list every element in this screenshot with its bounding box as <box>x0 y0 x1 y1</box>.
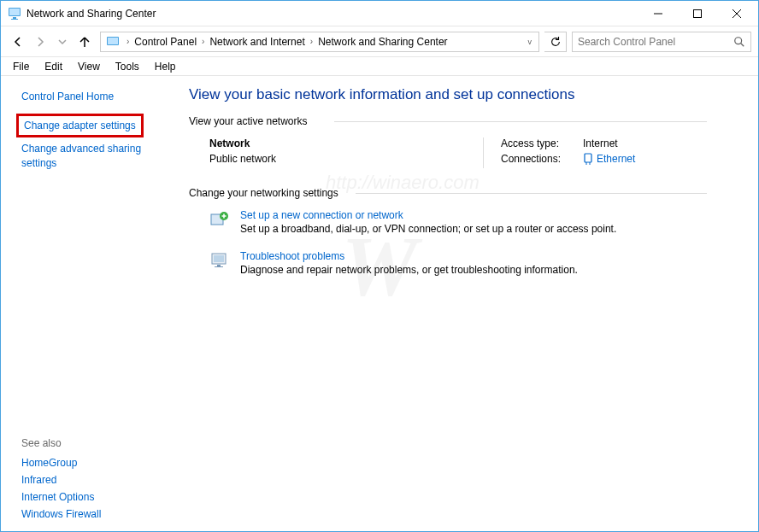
svg-rect-5 <box>694 9 702 17</box>
forward-button[interactable] <box>30 32 50 52</box>
menu-view[interactable]: View <box>71 59 107 74</box>
setup-connection-link[interactable]: Set up a new connection or network <box>240 209 616 221</box>
chevron-right-icon[interactable]: › <box>198 37 208 46</box>
breadcrumb-network-internet[interactable]: Network and Internet <box>208 36 306 48</box>
setup-connection-item: Set up a new connection or network Set u… <box>189 209 707 235</box>
network-name: Network <box>209 137 432 149</box>
search-box[interactable] <box>572 32 751 52</box>
setup-connection-desc: Set up a broadband, dial-up, or VPN conn… <box>240 223 616 235</box>
svg-rect-20 <box>215 266 223 267</box>
window-title: Network and Sharing Center <box>26 8 638 20</box>
svg-rect-3 <box>11 19 18 20</box>
troubleshoot-link[interactable]: Troubleshoot problems <box>240 250 578 262</box>
menu-edit[interactable]: Edit <box>38 59 69 74</box>
breadcrumb-control-panel[interactable]: Control Panel <box>132 36 198 48</box>
troubleshoot-item: Troubleshoot problems Diagnose and repai… <box>189 250 707 276</box>
troubleshoot-icon <box>209 250 230 271</box>
see-also-internet-options[interactable]: Internet Options <box>21 488 168 506</box>
menu-file[interactable]: File <box>6 59 36 74</box>
see-also-infrared[interactable]: Infrared <box>21 471 168 488</box>
change-settings-heading: Change your networking settings <box>189 187 707 199</box>
chevron-right-icon[interactable]: › <box>123 37 132 46</box>
svg-rect-19 <box>217 265 221 266</box>
close-button[interactable] <box>717 1 756 26</box>
active-networks-heading: View your active networks <box>189 115 707 127</box>
svg-rect-9 <box>108 38 118 44</box>
network-row: Network Public network Access type: Inte… <box>189 137 707 168</box>
content-area: Control Panel Home Change adapter settin… <box>1 76 758 531</box>
sidebar-adapter-settings[interactable]: Change adapter settings <box>16 114 144 137</box>
menu-tools[interactable]: Tools <box>109 59 146 74</box>
app-icon <box>8 7 21 20</box>
sidebar-advanced-sharing[interactable]: Change advanced sharing settings <box>21 139 168 173</box>
navigation-bar: › Control Panel › Network and Internet ›… <box>1 26 758 57</box>
maximize-button[interactable] <box>678 1 717 26</box>
main-panel: View your basic network information and … <box>180 76 758 531</box>
svg-rect-12 <box>585 154 591 162</box>
chevron-right-icon[interactable]: › <box>307 37 316 46</box>
refresh-button[interactable] <box>544 32 567 52</box>
back-button[interactable] <box>8 32 28 52</box>
search-icon[interactable] <box>733 36 745 48</box>
connections-value: Ethernet <box>597 153 635 165</box>
svg-rect-18 <box>214 255 224 262</box>
network-info: Network Public network <box>209 137 432 168</box>
access-type-label: Access type: <box>501 137 568 149</box>
menu-bar: File Edit View Tools Help <box>1 57 758 76</box>
see-also-section: See also HomeGroup Infrared Internet Opt… <box>21 437 168 523</box>
menu-help[interactable]: Help <box>148 59 183 74</box>
sidebar-home[interactable]: Control Panel Home <box>21 88 168 105</box>
connections-label: Connections: <box>501 153 568 165</box>
title-bar: Network and Sharing Center <box>1 1 758 26</box>
ethernet-icon <box>583 153 593 165</box>
access-type-value: Internet <box>583 137 618 149</box>
svg-rect-1 <box>9 9 20 15</box>
page-title: View your basic network information and … <box>189 86 707 103</box>
minimize-button[interactable] <box>638 1 678 26</box>
see-also-firewall[interactable]: Windows Firewall <box>21 506 168 523</box>
sidebar: Control Panel Home Change adapter settin… <box>1 76 180 531</box>
connections-link[interactable]: Ethernet <box>583 153 635 165</box>
search-input[interactable] <box>578 36 733 48</box>
see-also-heading: See also <box>21 437 168 449</box>
address-bar[interactable]: › Control Panel › Network and Internet ›… <box>100 32 539 52</box>
up-button[interactable] <box>74 32 95 52</box>
network-details: Access type: Internet Connections: Ether… <box>483 137 707 168</box>
svg-point-10 <box>735 37 742 44</box>
svg-line-11 <box>741 43 744 46</box>
network-type: Public network <box>209 153 432 165</box>
setup-connection-icon <box>209 209 230 230</box>
breadcrumb-sharing-center[interactable]: Network and Sharing Center <box>316 36 449 48</box>
address-icon <box>106 35 120 49</box>
address-dropdown[interactable]: v <box>523 38 538 46</box>
troubleshoot-desc: Diagnose and repair network problems, or… <box>240 264 578 276</box>
see-also-homegroup[interactable]: HomeGroup <box>21 454 168 471</box>
recent-dropdown[interactable] <box>52 32 73 52</box>
svg-rect-2 <box>13 17 16 19</box>
